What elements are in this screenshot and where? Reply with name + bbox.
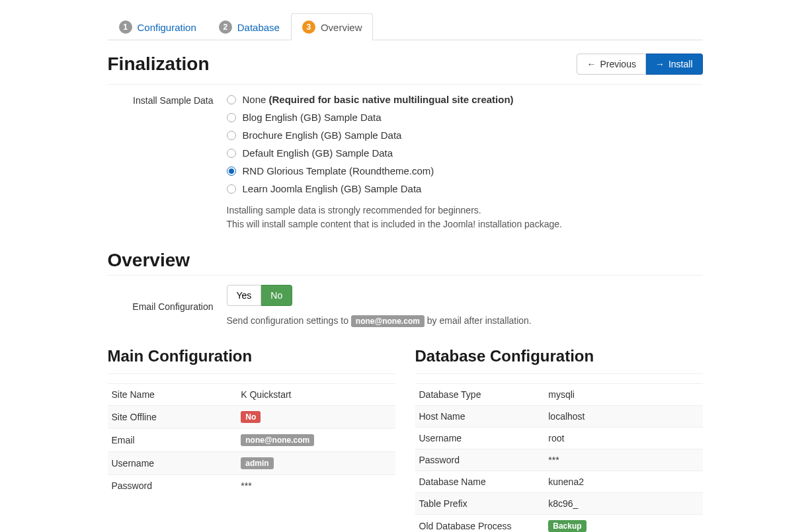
radio-icon xyxy=(227,95,236,104)
table-key: Table Prefix xyxy=(415,493,545,515)
table-row: Site OfflineNo xyxy=(108,406,395,429)
table-value: *** xyxy=(237,475,395,497)
sample-data-option-label: Brochure English (GB) Sample Data xyxy=(243,130,402,141)
sample-data-help-1: Installing sample data is strongly recom… xyxy=(227,204,703,217)
table-row: Database Namekunena2 xyxy=(415,471,703,493)
tab-configuration[interactable]: 1 Configuration xyxy=(108,13,208,40)
table-value: mysqli xyxy=(544,384,702,406)
email-address-badge: none@none.com xyxy=(351,315,425,327)
table-value: kunena2 xyxy=(544,471,702,493)
tab-label-configuration: Configuration xyxy=(138,22,196,33)
tab-label-overview: Overview xyxy=(321,22,362,33)
wizard-tabs: 1 Configuration 2 Database 3 Overview xyxy=(108,13,703,40)
email-config-text: Send configuration settings to none@none… xyxy=(227,315,703,327)
email-text-after: by email after installation. xyxy=(425,315,532,326)
table-key: Site Offline xyxy=(108,406,237,429)
table-key: Site Name xyxy=(108,384,237,406)
email-text-before: Send configuration settings to xyxy=(227,315,351,326)
sample-data-option-1[interactable]: Blog English (GB) Sample Data xyxy=(227,112,703,123)
status-badge: No xyxy=(241,411,261,423)
overview-title: Overview xyxy=(108,250,703,271)
tab-num-1: 1 xyxy=(119,20,132,34)
install-sample-data-label: Install Sample Data xyxy=(108,94,227,106)
main-configuration-table: Site NameK QuickstartSite OfflineNoEmail… xyxy=(108,383,395,496)
table-value: admin xyxy=(237,452,395,475)
sample-data-option-0[interactable]: None (Required for basic native multilin… xyxy=(227,94,703,105)
table-key: Old Database Process xyxy=(415,515,545,533)
table-value: localhost xyxy=(544,406,702,428)
table-value: root xyxy=(544,428,702,449)
finalization-title: Finalization xyxy=(108,54,210,75)
status-badge: admin xyxy=(241,457,273,469)
email-config-toggle: Yes No xyxy=(227,285,293,306)
sample-data-radio-group: None (Required for basic native multilin… xyxy=(227,94,703,194)
tab-num-3: 3 xyxy=(302,20,315,34)
table-value: *** xyxy=(544,449,702,471)
sample-data-option-3[interactable]: Default English (GB) Sample Data xyxy=(227,147,703,159)
radio-icon xyxy=(227,113,236,122)
email-yes-button[interactable]: Yes xyxy=(227,285,262,306)
table-row: Password*** xyxy=(108,475,395,497)
sample-data-option-label: Blog English (GB) Sample Data xyxy=(243,112,382,123)
table-key: Email xyxy=(108,429,237,452)
previous-button[interactable]: ← Previous xyxy=(577,54,645,75)
database-configuration-table: Database TypemysqliHost NamelocalhostUse… xyxy=(415,383,703,532)
table-key: Password xyxy=(108,475,237,497)
table-row: Table Prefixk8c96_ xyxy=(415,493,703,515)
table-row: Password*** xyxy=(415,449,703,471)
table-value: No xyxy=(237,406,395,429)
table-key: Username xyxy=(415,428,545,449)
table-row: Database Typemysqli xyxy=(415,384,703,406)
table-key: Host Name xyxy=(415,406,545,428)
table-row: Usernameroot xyxy=(415,428,703,449)
install-button[interactable]: → Install xyxy=(646,54,703,75)
sample-data-option-4[interactable]: RND Glorious Template (Roundtheme.com) xyxy=(227,165,703,176)
table-row: Emailnone@none.com xyxy=(108,429,395,452)
previous-label: Previous xyxy=(600,59,635,69)
table-row: Host Namelocalhost xyxy=(415,406,703,428)
database-configuration-title: Database Configuration xyxy=(415,347,703,365)
table-row: Old Database ProcessBackup xyxy=(415,515,703,533)
table-value: Backup xyxy=(544,515,702,533)
sample-data-option-label: None (Required for basic native multilin… xyxy=(243,94,514,105)
radio-icon xyxy=(227,184,236,194)
status-badge: none@none.com xyxy=(241,434,314,446)
table-key: Username xyxy=(108,452,237,475)
sample-data-option-5[interactable]: Learn Joomla English (GB) Sample Data xyxy=(227,183,703,194)
tab-label-database: Database xyxy=(237,22,280,33)
email-configuration-label: Email Configuration xyxy=(108,300,227,312)
tab-database[interactable]: 2 Database xyxy=(208,13,291,40)
table-key: Database Type xyxy=(415,384,545,406)
radio-icon xyxy=(227,167,236,176)
sample-data-help-2: This will install sample content that is… xyxy=(227,217,703,231)
sample-data-option-2[interactable]: Brochure English (GB) Sample Data xyxy=(227,130,703,141)
table-value: K Quickstart xyxy=(237,384,395,406)
sample-data-option-label: Learn Joomla English (GB) Sample Data xyxy=(243,183,422,194)
arrow-right-icon: → xyxy=(655,59,665,69)
email-no-button[interactable]: No xyxy=(261,285,292,306)
table-row: Site NameK Quickstart xyxy=(108,384,395,406)
tab-num-2: 2 xyxy=(219,20,232,34)
main-configuration-title: Main Configuration xyxy=(108,347,395,365)
table-value: none@none.com xyxy=(237,429,395,452)
table-key: Password xyxy=(415,449,545,471)
radio-icon xyxy=(227,131,236,140)
sample-data-option-label: Default English (GB) Sample Data xyxy=(243,147,393,159)
sample-data-option-label: RND Glorious Template (Roundtheme.com) xyxy=(243,165,434,176)
radio-icon xyxy=(227,149,236,158)
status-badge: Backup xyxy=(548,520,586,532)
table-key: Database Name xyxy=(415,471,545,493)
tab-overview[interactable]: 3 Overview xyxy=(291,13,374,40)
table-value: k8c96_ xyxy=(544,493,702,515)
table-row: Usernameadmin xyxy=(108,452,395,475)
arrow-left-icon: ← xyxy=(587,59,596,69)
install-label: Install xyxy=(668,59,693,69)
